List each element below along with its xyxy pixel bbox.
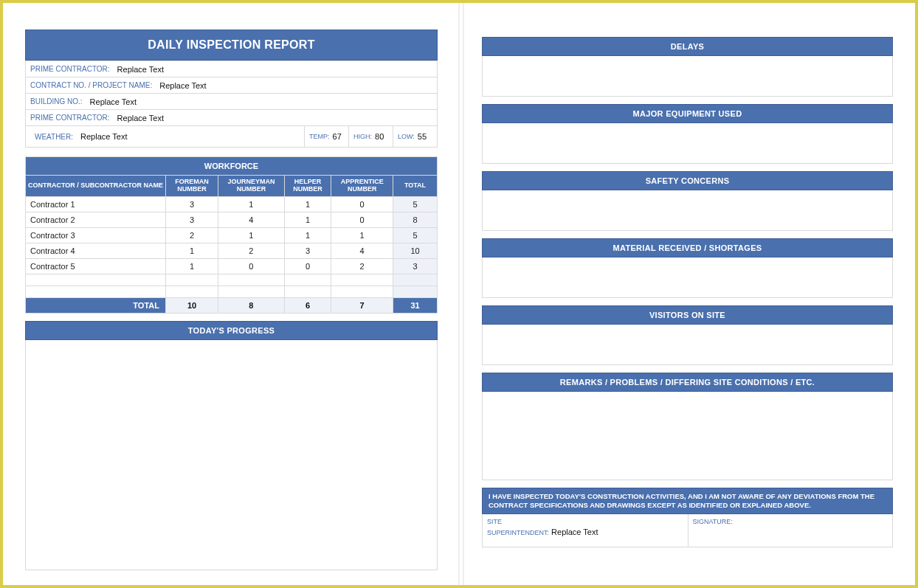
cell-rowtotal: 5 [393, 227, 438, 243]
cell-foreman: 3 [166, 212, 218, 227]
total-helper: 6 [284, 297, 331, 313]
table-row[interactable]: Contractor 321115 [26, 227, 438, 243]
equipment-body[interactable] [482, 123, 893, 164]
cell-helper: 3 [284, 243, 331, 258]
material-header: MATERIAL RECEIVED / SHORTAGES [482, 238, 893, 257]
section-remarks: REMARKS / PROBLEMS / DIFFERING SITE COND… [482, 373, 893, 480]
progress-body[interactable] [25, 340, 438, 570]
safety-body[interactable] [482, 190, 893, 231]
cell-apprentice: 1 [331, 227, 393, 243]
info-block: PRIME CONTRACTOR: Replace Text CONTRACT … [25, 60, 438, 148]
section-visitors: VISITORS ON SITE [482, 305, 893, 365]
workforce-table: WORKFORCE CONTRACTOR / SUBCONTRACTOR NAM… [25, 156, 438, 314]
label-temp: TEMP: [309, 133, 330, 140]
table-row[interactable]: Contractor 131105 [26, 196, 438, 212]
super-label2: SUPERINTENDENT: [487, 529, 549, 536]
section-progress: TODAY'S PROGRESS [25, 321, 438, 570]
cell-journeyman: 1 [218, 227, 285, 243]
row-building[interactable]: BUILDING NO.: Replace Text [26, 93, 437, 109]
value-building: Replace Text [87, 94, 139, 109]
value-weather: Replace Text [77, 129, 130, 144]
col-total: TOTAL [393, 176, 438, 197]
cell-rowtotal: 8 [393, 212, 438, 227]
signature-row: SITE SUPERINTENDENT: Replace Text SIGNAT… [482, 514, 893, 548]
signature-cell[interactable]: SIGNATURE: [688, 514, 893, 547]
cell-name: Contractor 4 [26, 243, 166, 258]
col-name: CONTRACTOR / SUBCONTRACTOR NAME [26, 176, 166, 197]
cell-low[interactable]: LOW: 55 [393, 126, 437, 147]
cell-name: Contractor 2 [26, 212, 166, 227]
cell-rowtotal: 5 [393, 196, 438, 212]
cell-apprentice: 2 [331, 258, 393, 274]
value-contract: Replace Text [156, 78, 209, 93]
cell-helper: 1 [284, 212, 331, 227]
total-apprentice: 7 [331, 297, 393, 313]
label-weather: WEATHER: [30, 130, 77, 144]
table-row[interactable]: Contractor 510023 [26, 258, 438, 274]
cell-apprentice: 4 [331, 243, 393, 258]
cell-helper: 0 [284, 258, 331, 274]
cell-apprentice: 0 [331, 212, 393, 227]
total-grand: 31 [393, 297, 438, 313]
material-body[interactable] [482, 257, 893, 298]
label-high: HIGH: [353, 133, 372, 140]
label-prime-contractor2: PRIME CONTRACTOR: [26, 111, 114, 125]
row-prime-contractor[interactable]: PRIME CONTRACTOR: Replace Text [26, 60, 437, 77]
visitors-body[interactable] [482, 325, 893, 365]
value-temp: 67 [333, 132, 342, 141]
cell-foreman: 1 [166, 243, 218, 258]
cell-foreman: 3 [166, 196, 218, 212]
section-delays: DELAYS [482, 37, 893, 97]
value-low: 55 [418, 132, 427, 141]
totals-label: TOTAL [26, 297, 166, 313]
cell-temp[interactable]: TEMP: 67 [304, 126, 348, 147]
page-left: DAILY INSPECTION REPORT PRIME CONTRACTOR… [3, 3, 460, 585]
section-safety: SAFETY CONCERNS [482, 171, 893, 231]
col-foreman: FOREMAN NUMBER [166, 176, 218, 197]
certification-text: I HAVE INSPECTED TODAY'S CONSTRUCTION AC… [482, 488, 893, 514]
table-row-empty[interactable] [26, 274, 438, 286]
page-right: DELAYS MAJOR EQUIPMENT USED SAFETY CONCE… [460, 3, 915, 585]
cell-rowtotal: 3 [393, 258, 438, 274]
superintendent-cell[interactable]: SITE SUPERINTENDENT: Replace Text [483, 514, 688, 547]
value-prime-contractor2: Replace Text [114, 111, 167, 125]
report-title: DAILY INSPECTION REPORT [25, 30, 438, 60]
super-label1: SITE [487, 518, 683, 526]
cell-helper: 1 [284, 227, 331, 243]
label-prime-contractor: PRIME CONTRACTOR: [26, 62, 114, 76]
cell-foreman: 1 [166, 258, 218, 274]
visitors-header: VISITORS ON SITE [482, 305, 893, 325]
cell-high[interactable]: HIGH: 80 [348, 126, 393, 147]
workforce-header: WORKFORCE [26, 157, 438, 176]
label-low: LOW: [398, 133, 415, 140]
cell-helper: 1 [284, 196, 331, 212]
col-journeyman: JOURNEYMAN NUMBER [218, 176, 285, 197]
value-high: 80 [375, 132, 384, 141]
delays-header: DELAYS [482, 37, 893, 56]
section-equipment: MAJOR EQUIPMENT USED [482, 104, 893, 164]
table-row[interactable]: Contractor 4123410 [26, 243, 438, 258]
delays-body[interactable] [482, 56, 893, 97]
row-contract[interactable]: CONTRACT NO. / PROJECT NAME: Replace Tex… [26, 77, 437, 93]
cell-journeyman: 4 [218, 212, 285, 227]
section-material: MATERIAL RECEIVED / SHORTAGES [482, 238, 893, 298]
cell-foreman: 2 [166, 227, 218, 243]
table-row-empty[interactable] [26, 286, 438, 297]
remarks-header: REMARKS / PROBLEMS / DIFFERING SITE COND… [482, 373, 893, 392]
page-divider [458, 3, 464, 585]
remarks-body[interactable] [482, 392, 893, 480]
cell-journeyman: 2 [218, 243, 285, 258]
row-weather[interactable]: WEATHER: Replace Text TEMP: 67 HIGH: 80 … [26, 125, 437, 147]
label-contract: CONTRACT NO. / PROJECT NAME: [26, 78, 156, 92]
value-prime-contractor: Replace Text [114, 62, 167, 77]
col-helper: HELPER NUMBER [284, 176, 331, 197]
row-prime-contractor2[interactable]: PRIME CONTRACTOR: Replace Text [26, 109, 437, 125]
cell-rowtotal: 10 [393, 243, 438, 258]
total-journeyman: 8 [218, 297, 285, 313]
safety-header: SAFETY CONCERNS [482, 171, 893, 190]
table-row[interactable]: Contractor 234108 [26, 212, 438, 227]
cell-name: Contractor 1 [26, 196, 166, 212]
label-building: BUILDING NO.: [26, 94, 87, 108]
cell-name: Contractor 5 [26, 258, 166, 274]
progress-header: TODAY'S PROGRESS [25, 321, 438, 340]
